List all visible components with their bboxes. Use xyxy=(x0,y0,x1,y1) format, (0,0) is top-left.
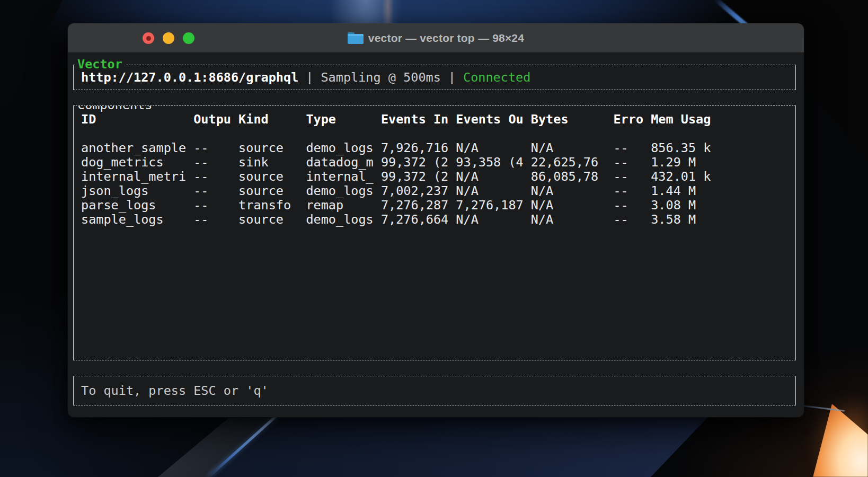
column-header: Mem Usag xyxy=(651,112,795,127)
close-button[interactable] xyxy=(143,32,154,44)
table-cell: -- xyxy=(193,198,238,213)
window-title-area: vector — vector top — 98×24 xyxy=(348,32,524,45)
separator: | xyxy=(306,70,313,85)
table-cell: N/A xyxy=(531,213,614,227)
table-cell: 7,002,237 xyxy=(381,184,456,198)
table-cell: sink xyxy=(238,155,306,170)
table-cell: 7,276,664 xyxy=(381,213,456,227)
table-cell: -- xyxy=(613,141,651,155)
table-cell: demo_logs xyxy=(306,184,380,198)
table-cell: -- xyxy=(613,170,651,184)
status-line: http://127.0.0.1:8686/graphql | Sampling… xyxy=(74,65,795,90)
table-row: dog_metrics--sinkdatadog_m99,372 (293,35… xyxy=(81,155,795,170)
terminal-screen[interactable]: Vector http://127.0.0.1:8686/graphql | S… xyxy=(68,53,804,417)
column-header: ID xyxy=(81,112,193,127)
traffic-lights xyxy=(143,23,194,53)
table-row: sample_logs--sourcedemo_logs7,276,664N/A… xyxy=(81,213,795,227)
table-cell: -- xyxy=(193,141,238,155)
column-header: Bytes xyxy=(531,112,614,127)
vector-panel: Vector http://127.0.0.1:8686/graphql | S… xyxy=(73,65,796,90)
separator: | xyxy=(448,70,456,85)
terminal-window: vector — vector top — 98×24 Vector http:… xyxy=(68,23,804,417)
table-cell: source xyxy=(238,213,306,227)
table-cell: remap xyxy=(306,198,380,213)
table-cell: datadog_m xyxy=(306,155,380,170)
table-cell: json_logs xyxy=(81,184,193,198)
table-cell: N/A xyxy=(531,198,614,213)
table-cell: demo_logs xyxy=(306,213,380,227)
table-cell: another_sample xyxy=(81,141,193,155)
column-header: Erro xyxy=(613,112,651,127)
table-cell: 99,372 (2 xyxy=(381,170,456,184)
table-cell: 3.58 M xyxy=(651,213,795,227)
table-cell: -- xyxy=(193,213,238,227)
table-cell: 1.29 M xyxy=(651,155,795,170)
connection-status: Connected xyxy=(463,70,530,85)
table-cell: 7,276,187 xyxy=(456,198,530,213)
table-header-row: IDOutpuKindTypeEvents InEvents OuBytesEr… xyxy=(81,112,795,127)
table-cell: source xyxy=(238,170,306,184)
wallpaper-shape xyxy=(0,413,868,477)
table-cell: source xyxy=(238,184,306,198)
table-cell: N/A xyxy=(456,213,530,227)
table-cell: 93,358 (4 xyxy=(456,155,530,170)
table-cell: 3.08 M xyxy=(651,198,795,213)
table-cell: internal_metri xyxy=(81,170,193,184)
table-spacer xyxy=(81,127,795,141)
folder-icon xyxy=(348,32,364,45)
table-cell: sample_logs xyxy=(81,213,193,227)
table-cell: N/A xyxy=(531,141,614,155)
graphql-url: http://127.0.0.1:8686/graphql xyxy=(81,70,298,85)
sampling-rate: Sampling @ 500ms xyxy=(321,70,440,85)
table-row: json_logs--sourcedemo_logs7,002,237N/AN/… xyxy=(81,184,795,198)
column-header: Kind xyxy=(238,112,306,127)
window-title: vector — vector top — 98×24 xyxy=(368,32,524,45)
table-cell: source xyxy=(238,141,306,155)
table-cell: -- xyxy=(613,155,651,170)
table-cell: 856.35 k xyxy=(651,141,795,155)
table-row: parse_logs--transforemap7,276,2877,276,1… xyxy=(81,198,795,213)
table-cell: -- xyxy=(613,198,651,213)
column-header: Outpu xyxy=(193,112,238,127)
table-body: another_sample--sourcedemo_logs7,926,716… xyxy=(81,141,795,227)
table-cell: 1.44 M xyxy=(651,184,795,198)
table-cell: internal_ xyxy=(306,170,380,184)
table-cell: -- xyxy=(193,170,238,184)
table-cell: parse_logs xyxy=(81,198,193,213)
quit-hint: To quit, press ESC or 'q' xyxy=(74,376,795,405)
table-cell: 7,276,287 xyxy=(381,198,456,213)
table-cell: 99,372 (2 xyxy=(381,155,456,170)
components-panel-title: Components xyxy=(76,105,155,112)
column-header: Events Ou xyxy=(456,112,530,127)
table-cell: transfo xyxy=(238,198,306,213)
table-row: internal_metri--sourceinternal_99,372 (2… xyxy=(81,170,795,184)
table-cell: 86,085,78 xyxy=(531,170,614,184)
components-panel: Components IDOutpuKindTypeEvents InEvent… xyxy=(73,105,796,360)
column-header: Events In xyxy=(381,112,456,127)
table-cell: 7,926,716 xyxy=(381,141,456,155)
unsaved-indicator-dot xyxy=(146,36,151,41)
table-cell: dog_metrics xyxy=(81,155,193,170)
column-header: Type xyxy=(306,112,380,127)
table-cell: N/A xyxy=(456,184,530,198)
table-row: another_sample--sourcedemo_logs7,926,716… xyxy=(81,141,795,155)
table-cell: -- xyxy=(193,184,238,198)
zoom-button[interactable] xyxy=(183,32,194,44)
table-cell: 432.01 k xyxy=(651,170,795,184)
table-cell: demo_logs xyxy=(306,141,380,155)
table-cell: N/A xyxy=(456,170,530,184)
table-cell: N/A xyxy=(456,141,530,155)
table-cell: -- xyxy=(193,155,238,170)
minimize-button[interactable] xyxy=(163,32,174,44)
table-cell: -- xyxy=(613,184,651,198)
table-cell: 22,625,76 xyxy=(531,155,614,170)
window-titlebar[interactable]: vector — vector top — 98×24 xyxy=(68,23,804,53)
table-cell: -- xyxy=(613,213,651,227)
footer-panel: To quit, press ESC or 'q' xyxy=(73,376,796,405)
table-cell: N/A xyxy=(531,184,614,198)
